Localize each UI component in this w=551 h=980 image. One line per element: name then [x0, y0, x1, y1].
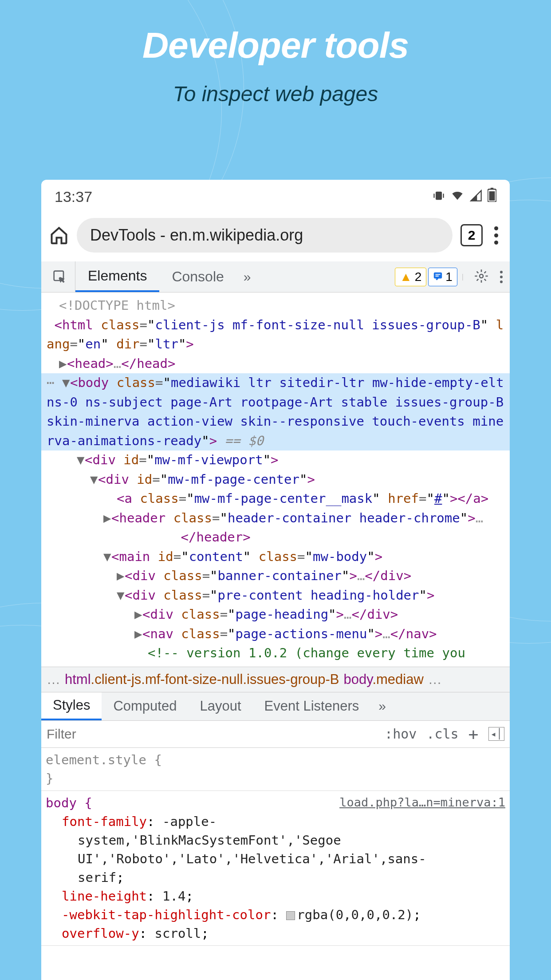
messages-badge[interactable]: 1: [428, 268, 457, 286]
main-element[interactable]: ▼<main id="content" class="mw-body">: [41, 547, 510, 567]
warning-icon: ▲: [400, 270, 412, 284]
filter-row: :hov .cls + ◂│: [41, 721, 510, 748]
color-swatch[interactable]: [286, 911, 295, 920]
tab-count[interactable]: 2: [460, 224, 483, 246]
doctype: <!DOCTYPE html>: [59, 298, 175, 313]
body-element-selected[interactable]: ⋯ ▼<body class="mediawiki ltr sitedir-lt…: [41, 373, 510, 450]
breadcrumb-more-left[interactable]: …: [47, 672, 60, 688]
page-center-div[interactable]: ▼<div id="mw-mf-page-center">: [41, 470, 510, 490]
precontent-div[interactable]: ▼<div class="pre-content heading-holder"…: [41, 586, 510, 605]
breadcrumb-html[interactable]: html.client-js.mf-font-size-null.issues-…: [65, 672, 339, 688]
tab-event-listeners[interactable]: Event Listeners: [253, 692, 371, 720]
inspect-icon[interactable]: [45, 261, 75, 292]
comment-node[interactable]: <!-- version 1.0.2 (change every time yo…: [41, 644, 510, 663]
anchor-mask[interactable]: <a class="mw-mf-page-center__mask" href=…: [41, 489, 510, 509]
nav-element[interactable]: ▶<nav class="page-actions-menu">…</nav>: [41, 624, 510, 644]
svg-rect-5: [491, 188, 493, 189]
filter-input[interactable]: [47, 727, 385, 742]
html-element[interactable]: <html class="client-js mf-font-size-null…: [41, 316, 510, 354]
tab-layout[interactable]: Layout: [188, 692, 252, 720]
warnings-badge[interactable]: ▲ 2: [395, 268, 426, 286]
header-element[interactable]: ▶<header class="header-container header-…: [41, 509, 510, 547]
devtools-menu-icon[interactable]: [496, 271, 506, 283]
settings-icon[interactable]: [468, 269, 495, 285]
warning-count: 2: [415, 270, 422, 284]
svg-rect-7: [434, 272, 442, 278]
styles-more-tabs-icon[interactable]: »: [370, 699, 394, 714]
status-icons: [433, 188, 496, 205]
svg-point-8: [480, 274, 483, 278]
home-icon[interactable]: [49, 225, 69, 245]
viewport-div[interactable]: ▼<div id="mw-mf-viewport">: [41, 450, 510, 470]
phone-frame: 13:37 DevTools - en.m.wikipedia.org 2: [41, 180, 510, 980]
breadcrumb-bar[interactable]: … html.client-js.mf-font-size-null.issue…: [41, 667, 510, 692]
banner-div[interactable]: ▶<div class="banner-container">…</div>: [41, 566, 510, 586]
cls-button[interactable]: .cls: [426, 726, 458, 742]
head-element[interactable]: ▶<head>…</head>: [41, 354, 510, 374]
vibrate-icon: [433, 188, 445, 205]
wifi-icon: [450, 188, 464, 205]
breadcrumb-body[interactable]: body.mediaw: [343, 672, 423, 688]
svg-rect-2: [443, 194, 444, 198]
status-time: 13:37: [55, 188, 92, 205]
url-bar[interactable]: DevTools - en.m.wikipedia.org: [77, 218, 453, 253]
svg-rect-4: [489, 191, 495, 201]
browser-bar: DevTools - en.m.wikipedia.org 2: [41, 209, 510, 261]
message-count: 1: [445, 270, 453, 284]
devtools-tabbar: Elements Console » ▲ 2 1 |: [41, 261, 510, 292]
battery-icon: [488, 188, 496, 205]
css-source-link[interactable]: load.php?la…n=minerva:1: [339, 794, 505, 811]
status-bar: 13:37: [41, 180, 510, 209]
tab-elements[interactable]: Elements: [75, 261, 159, 292]
svg-rect-0: [436, 191, 442, 200]
breadcrumb-more-right[interactable]: …: [428, 672, 442, 688]
signal-icon: [470, 188, 482, 205]
styles-tabbar: Styles Computed Layout Event Listeners »: [41, 692, 510, 721]
svg-rect-1: [433, 194, 434, 198]
hov-button[interactable]: :hov: [385, 726, 417, 742]
tab-computed[interactable]: Computed: [102, 692, 188, 720]
message-icon: [433, 270, 443, 284]
new-style-rule-icon[interactable]: +: [468, 724, 479, 744]
tab-styles[interactable]: Styles: [41, 692, 102, 720]
more-tabs-icon[interactable]: »: [236, 269, 258, 285]
dom-tree[interactable]: <!DOCTYPE html> <html class="client-js m…: [41, 292, 510, 667]
toggle-panel-icon[interactable]: ◂│: [488, 727, 505, 741]
pageheading-div[interactable]: ▶<div class="page-heading">…</div>: [41, 605, 510, 624]
menu-icon[interactable]: [491, 226, 502, 245]
element-style-block[interactable]: element.style { }: [41, 748, 510, 791]
tab-console[interactable]: Console: [159, 261, 236, 292]
body-style-block[interactable]: body {load.php?la…n=minerva:1 font-famil…: [41, 791, 510, 946]
